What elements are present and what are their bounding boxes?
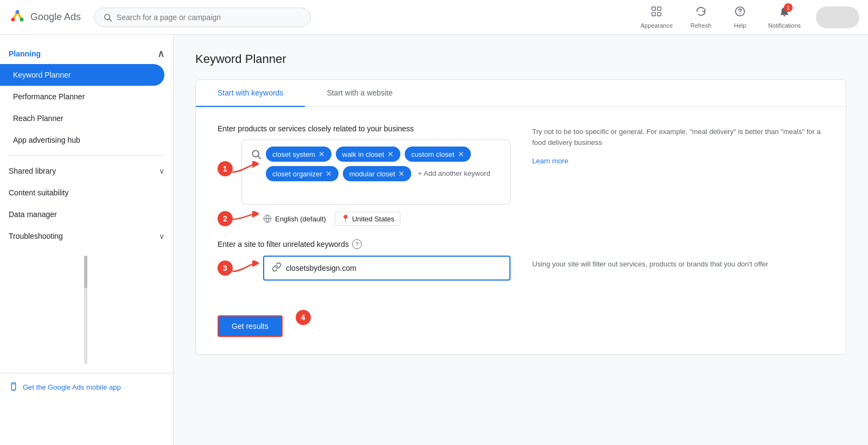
page-title: Keyword Planner: [195, 52, 846, 66]
keywords-help-text: Try not to be too specific or general. F…: [532, 126, 824, 148]
get-results-row: Get results 4: [218, 298, 824, 337]
location-pin-icon: 📍: [341, 214, 350, 223]
planning-items: Keyword Planner Performance Planner Reac…: [0, 64, 173, 151]
main-content: Keyword Planner Start with keywords Star…: [174, 35, 868, 445]
sidebar-item-app-advertising-hub[interactable]: App advertising hub: [0, 129, 164, 151]
site-filter-section: Enter a site to filter unrelated keyword…: [218, 239, 824, 281]
shared-library-chevron-icon: ∨: [159, 167, 164, 175]
scrollbar-thumb: [84, 256, 87, 288]
svg-rect-7: [658, 7, 661, 10]
global-search[interactable]: [94, 8, 311, 27]
tab-website[interactable]: Start with a website: [305, 80, 414, 107]
keyword-search-icon: [251, 149, 261, 162]
svg-point-3: [16, 10, 20, 14]
sidebar-item-reach-planner[interactable]: Reach Planner: [0, 107, 164, 129]
logo-text: Google Ads: [30, 11, 81, 23]
keyword-tag-custom-closet-remove[interactable]: ✕: [458, 150, 464, 158]
site-filter-input-wrap[interactable]: [263, 256, 510, 281]
content-suitability-section[interactable]: Content suitability: [0, 182, 173, 204]
keyword-tag-closet-system-remove[interactable]: ✕: [318, 150, 325, 158]
keywords-section: Enter products or services closely relat…: [218, 124, 824, 226]
keyword-tag-closet-system-text: closet system: [272, 150, 315, 158]
planning-section-header[interactable]: Planning ∧: [0, 43, 173, 64]
tabs: Start with keywords Start with a website: [196, 80, 846, 107]
site-filter-input[interactable]: [286, 264, 502, 272]
svg-rect-6: [652, 7, 655, 10]
sidebar-divider-1: [9, 155, 164, 156]
site-filter-help-text: Using your site will filter out services…: [532, 259, 824, 270]
data-manager-label: Data manager: [9, 210, 57, 219]
refresh-icon: [695, 5, 707, 20]
notification-badge: 1: [784, 3, 793, 12]
top-navigation: Google Ads Appearance: [0, 0, 868, 35]
refresh-label: Refresh: [691, 22, 712, 29]
keyword-tag-modular-closet-remove[interactable]: ✕: [398, 169, 405, 178]
help-icon: [734, 5, 746, 20]
notifications-button[interactable]: 1 Notifications: [762, 3, 807, 31]
keyword-tag-custom-closet-text: custom closet: [411, 150, 454, 158]
refresh-button[interactable]: Refresh: [684, 3, 718, 31]
shared-library-section[interactable]: Shared library ∨: [0, 160, 173, 182]
svg-rect-9: [658, 12, 661, 16]
keyword-tag-closet-organizer[interactable]: closet organizer ✕: [266, 166, 339, 181]
notifications-icon: 1: [778, 5, 790, 20]
keyword-tag-closet-system[interactable]: closet system ✕: [266, 147, 331, 162]
link-icon: [272, 262, 282, 274]
add-keyword-field[interactable]: + Add another keyword: [416, 166, 492, 181]
google-ads-logo: [9, 9, 26, 26]
keyword-tag-modular-closet-text: modular closet: [349, 170, 395, 178]
learn-more-link[interactable]: Learn more: [532, 157, 568, 165]
keyword-tag-closet-organizer-text: closet organizer: [272, 170, 322, 178]
troubleshooting-chevron-icon: ∨: [159, 232, 164, 240]
keyword-tag-walk-in-closet[interactable]: walk in closet ✕: [336, 147, 400, 162]
logo-area: Google Ads: [9, 9, 81, 26]
sidebar-footer[interactable]: Get the Google Ads mobile app: [0, 373, 173, 400]
sidebar-scrollbar[interactable]: [84, 256, 87, 364]
step-1-annotation: 1: [218, 161, 233, 176]
troubleshooting-section[interactable]: Troubleshooting ∨: [0, 225, 173, 247]
keywords-form-left: Enter products or services closely relat…: [218, 124, 510, 226]
keyword-tag-modular-closet[interactable]: modular closet ✕: [343, 166, 412, 181]
appearance-label: Appearance: [641, 22, 673, 29]
svg-point-11: [739, 14, 741, 15]
language-display: English (default): [263, 214, 326, 223]
card-body: Enter products or services closely relat…: [196, 107, 846, 354]
sidebar: Planning ∧ Keyword Planner Performance P…: [0, 35, 174, 445]
troubleshooting-label: Troubleshooting: [9, 232, 63, 240]
search-input[interactable]: [117, 13, 302, 22]
search-icon: [103, 12, 112, 22]
location-selector[interactable]: 📍 United States: [335, 212, 400, 226]
sidebar-item-performance-planner[interactable]: Performance Planner: [0, 86, 164, 107]
main-layout: Planning ∧ Keyword Planner Performance P…: [0, 35, 868, 445]
svg-point-2: [20, 17, 24, 21]
keyword-planner-card: Start with keywords Start with a website…: [195, 79, 846, 355]
svg-point-1: [11, 17, 15, 21]
keyword-tag-walk-in-closet-remove[interactable]: ✕: [387, 150, 394, 158]
language-location-row: English (default) 📍 United States: [263, 212, 400, 226]
help-button[interactable]: Help: [723, 3, 757, 31]
keyword-input-box[interactable]: closet system ✕ walk in closet ✕ custom …: [241, 139, 510, 205]
user-avatar[interactable]: [816, 7, 859, 28]
appearance-button[interactable]: Appearance: [634, 3, 679, 31]
planning-label: Planning: [9, 49, 41, 58]
step-2-annotation: 2: [218, 211, 233, 226]
notifications-label: Notifications: [768, 22, 801, 29]
appearance-icon: [650, 5, 662, 20]
site-filter-tooltip-icon[interactable]: ?: [352, 239, 362, 249]
site-filter-form-left: Enter a site to filter unrelated keyword…: [218, 239, 510, 281]
data-manager-section[interactable]: Data manager: [0, 204, 173, 225]
mobile-app-label: Get the Google Ads mobile app: [23, 383, 121, 391]
get-results-button[interactable]: Get results: [218, 315, 283, 337]
mobile-app-icon: [9, 382, 18, 392]
location-text: United States: [352, 215, 394, 223]
sidebar-item-keyword-planner[interactable]: Keyword Planner: [0, 64, 164, 86]
tab-keywords[interactable]: Start with keywords: [196, 80, 305, 107]
site-filter-label: Enter a site to filter unrelated keyword…: [218, 239, 510, 249]
planning-chevron-icon: ∧: [157, 48, 164, 60]
step-2-arrow: [232, 211, 259, 227]
svg-rect-8: [652, 12, 655, 16]
keyword-tag-custom-closet[interactable]: custom closet ✕: [405, 147, 470, 162]
keyword-tag-closet-organizer-remove[interactable]: ✕: [326, 169, 332, 178]
keyword-tag-walk-in-closet-text: walk in closet: [342, 150, 384, 158]
help-label: Help: [734, 22, 746, 29]
